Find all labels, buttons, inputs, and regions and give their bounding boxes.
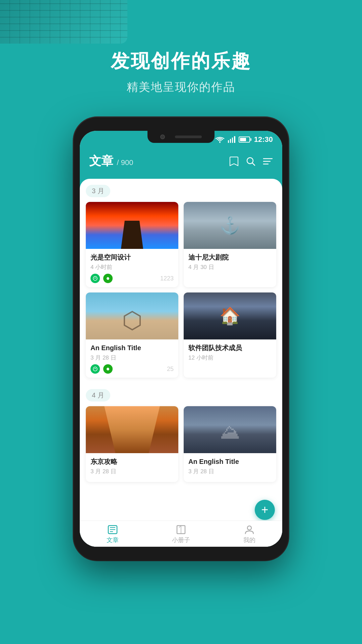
article-card-5[interactable]: 东京攻略 3 月 28 日 bbox=[86, 406, 178, 482]
share-icon-wx-3[interactable] bbox=[103, 364, 113, 374]
headline-area: 发现创作的乐趣 精美地呈现你的作品 bbox=[0, 49, 362, 95]
article-info-1: 光是空间设计 4 小时前 bbox=[86, 249, 178, 287]
fab-button[interactable]: + bbox=[255, 500, 275, 520]
article-date-4: 12 小时前 bbox=[188, 354, 272, 362]
article-title-2: 迪十尼大剧院 bbox=[188, 253, 272, 262]
article-title-6: An English Title bbox=[188, 457, 272, 466]
wifi-icon bbox=[215, 136, 225, 143]
article-date-1: 4 小时前 bbox=[90, 263, 174, 271]
front-camera bbox=[160, 135, 165, 139]
phone-screen: 12:30 文章 / 900 bbox=[80, 131, 282, 547]
battery-icon bbox=[239, 137, 250, 143]
month-label-april: 4 月 bbox=[86, 389, 110, 401]
screen-body: 文章 / 900 bbox=[80, 148, 282, 547]
bottom-nav: 文章 小册子 bbox=[80, 521, 282, 547]
article-card-3[interactable]: An English Title 3 月 28 日 bbox=[86, 292, 178, 378]
article-date-5: 3 月 28 日 bbox=[90, 468, 174, 475]
article-title-5: 东京攻略 bbox=[90, 457, 174, 466]
search-icon[interactable] bbox=[246, 157, 255, 166]
nav-label-profile: 我的 bbox=[243, 536, 255, 544]
article-thumb-2 bbox=[184, 202, 276, 249]
article-thumb-5 bbox=[86, 406, 178, 453]
article-thumb-4 bbox=[184, 292, 276, 339]
nav-label-booklets: 小册子 bbox=[172, 536, 190, 544]
article-thumb-3 bbox=[86, 292, 178, 339]
article-card-2[interactable]: 迪十尼大剧院 4 月 30 日 bbox=[184, 202, 276, 287]
app-header: 文章 / 900 bbox=[80, 148, 282, 179]
article-info-3: An English Title 3 月 28 日 bbox=[86, 339, 178, 378]
share-icon-green-1[interactable] bbox=[90, 274, 100, 283]
headline-main: 发现创作的乐趣 bbox=[0, 49, 362, 74]
article-date-6: 3 月 28 日 bbox=[188, 468, 272, 475]
header-count: / 900 bbox=[117, 158, 133, 167]
headline-sub: 精美地呈现你的作品 bbox=[0, 79, 362, 95]
battery-fill bbox=[240, 138, 246, 141]
article-icon bbox=[108, 525, 118, 534]
article-views-1: 1223 bbox=[160, 275, 174, 282]
article-info-2: 迪十尼大剧院 4 月 30 日 bbox=[184, 249, 276, 278]
share-icons-1 bbox=[90, 274, 113, 283]
status-icons bbox=[215, 136, 250, 143]
article-meta-1: 1223 bbox=[90, 274, 174, 283]
header-icons bbox=[229, 156, 273, 166]
profile-icon bbox=[244, 525, 254, 534]
article-views-3: 25 bbox=[167, 366, 174, 373]
article-meta-3: 25 bbox=[90, 364, 174, 374]
svg-line-1 bbox=[252, 163, 255, 165]
share-icon-wx-1[interactable] bbox=[103, 274, 113, 283]
content-scroll[interactable]: 3 月 光是空间设计 4 小时前 bbox=[80, 179, 282, 547]
month-label-march: 3 月 bbox=[86, 185, 110, 197]
article-date-2: 4 月 30 日 bbox=[188, 263, 272, 271]
status-time: 12:30 bbox=[254, 135, 273, 144]
nav-item-articles[interactable]: 文章 bbox=[107, 525, 119, 544]
article-info-4: 软件团队技术成员 12 小时前 bbox=[184, 339, 276, 368]
share-icon-green-3[interactable] bbox=[90, 364, 100, 374]
phone-outer: 12:30 文章 / 900 bbox=[74, 117, 288, 560]
march-articles-grid: 光是空间设计 4 小时前 bbox=[86, 202, 276, 378]
nav-item-booklets[interactable]: 小册子 bbox=[172, 525, 190, 544]
article-card-6[interactable]: An English Title 3 月 28 日 bbox=[184, 406, 276, 482]
nav-label-articles: 文章 bbox=[107, 536, 119, 544]
phone-mockup: 12:30 文章 / 900 bbox=[74, 117, 288, 627]
bookmark-icon[interactable] bbox=[229, 156, 239, 166]
header-title-area: 文章 / 900 bbox=[89, 153, 133, 169]
article-thumb-1 bbox=[86, 202, 178, 249]
sort-icon[interactable] bbox=[263, 157, 273, 166]
article-date-3: 3 月 28 日 bbox=[90, 354, 174, 362]
article-card-4[interactable]: 软件团队技术成员 12 小时前 bbox=[184, 292, 276, 378]
article-info-6: An English Title 3 月 28 日 bbox=[184, 453, 276, 482]
article-thumb-6 bbox=[184, 406, 276, 453]
svg-point-5 bbox=[93, 276, 97, 280]
phone-notch bbox=[147, 131, 215, 143]
book-icon bbox=[176, 525, 186, 534]
share-icons-3 bbox=[90, 364, 113, 374]
article-title-4: 软件团队技术成员 bbox=[188, 343, 272, 352]
earpiece-speaker bbox=[175, 136, 202, 138]
article-title-3: An English Title bbox=[90, 343, 174, 352]
nav-item-profile[interactable]: 我的 bbox=[243, 525, 255, 544]
header-title: 文章 bbox=[89, 154, 113, 168]
article-info-5: 东京攻略 3 月 28 日 bbox=[86, 453, 178, 482]
april-articles-grid: 东京攻略 3 月 28 日 An English Title 3 月 28 日 bbox=[86, 406, 276, 482]
svg-point-12 bbox=[247, 526, 251, 530]
svg-point-6 bbox=[93, 367, 97, 371]
signal-icon bbox=[228, 136, 235, 143]
article-title-1: 光是空间设计 bbox=[90, 253, 174, 262]
article-card-1[interactable]: 光是空间设计 4 小时前 bbox=[86, 202, 178, 287]
keyboard-decoration bbox=[0, 0, 127, 44]
